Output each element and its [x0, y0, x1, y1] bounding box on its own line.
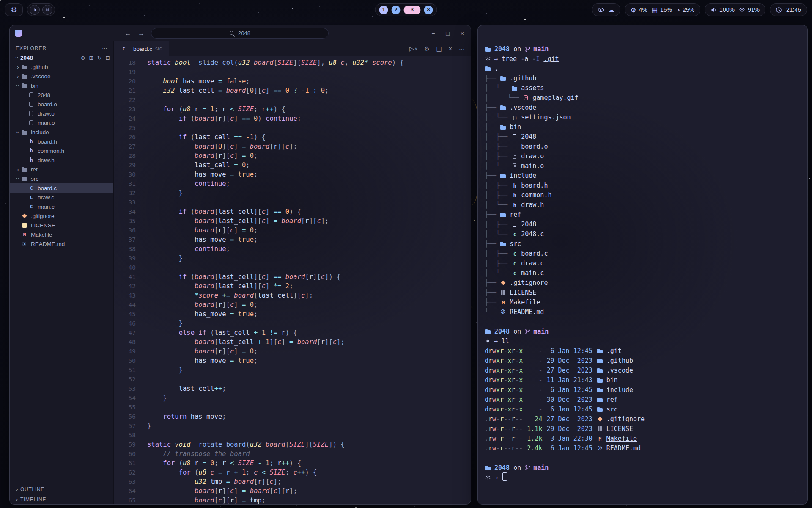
line-number: 62 [114, 468, 136, 477]
code-editor[interactable]: 1819202122232425262728293031323334353637… [114, 56, 471, 504]
refresh-button[interactable]: ↻ [97, 55, 102, 61]
cpu-value: 4% [639, 6, 647, 13]
workspace-1[interactable]: 1 [379, 6, 388, 14]
c-icon [28, 194, 35, 201]
project-name: 2048 [20, 55, 33, 61]
line-number: 59 [114, 440, 136, 449]
prompt-branch: main [533, 464, 549, 472]
explorer-item-README.md[interactable]: README.md [10, 239, 113, 248]
timeline-section[interactable]: › TIMELINE [10, 494, 113, 504]
line-number: 36 [114, 226, 136, 235]
explorer-item-Makefile[interactable]: Makefile [10, 230, 113, 239]
volume-indicator[interactable]: 100% [710, 6, 735, 13]
terminal-line: ├── .github [485, 73, 800, 83]
explorer-item-draw.c[interactable]: draw.c [10, 193, 113, 202]
terminal-line: │ ├── draw.o [485, 151, 800, 161]
workspace-3[interactable]: 3 [404, 6, 421, 14]
terminal-line: .rw-r--r--1.1k29 Dec 2023LICENSE [485, 424, 800, 433]
c-icon [511, 250, 518, 257]
back-button[interactable]: ← [125, 30, 131, 37]
line-number: 57 [114, 421, 136, 431]
new-file-button[interactable]: ⊕ [81, 55, 85, 61]
media-next-button[interactable] [42, 5, 52, 15]
code-line: for (u8 r = 0; r < SIZE - 1; r++) { [147, 458, 471, 468]
explorer-more-button[interactable]: ⋯ [102, 45, 107, 51]
make-icon [500, 299, 507, 306]
forward-button[interactable]: → [138, 30, 144, 37]
code-line: has_move = true; [147, 170, 471, 179]
more-actions-button[interactable]: ⋯ [459, 45, 465, 52]
clock-pill[interactable]: 21:46 [770, 3, 807, 16]
explorer-item-draw.h[interactable]: draw.h [10, 155, 113, 165]
wifi-value: 91% [748, 6, 760, 13]
collapse-all-button[interactable]: ⊟ [106, 55, 110, 61]
explorer-item-2048[interactable]: 2048 [10, 90, 113, 99]
explorer-item-main.o[interactable]: main.o [10, 118, 113, 127]
folder-icon [597, 348, 604, 354]
explorer-item-main.c[interactable]: main.c [10, 202, 113, 211]
folder-icon [21, 73, 28, 80]
file-label: .gitignore [31, 213, 55, 219]
c-icon [511, 270, 518, 276]
next-track-icon [45, 8, 50, 12]
split-editor-button[interactable]: ◫ [436, 45, 442, 52]
workspace-8[interactable]: 8 [424, 6, 433, 14]
terminal-window[interactable]: 2048 on main → tree -a -I .git .├── .git… [477, 25, 808, 505]
explorer-item-common.h[interactable]: common.h [10, 146, 113, 155]
explorer-item-ref[interactable]: ›ref [10, 165, 113, 174]
terminal-command-line[interactable]: → [485, 472, 800, 482]
weather-pill[interactable]: ☁ [592, 3, 620, 16]
explorer-item-.github[interactable]: ›.github [10, 62, 113, 72]
launcher-button[interactable]: ⚙ [5, 3, 23, 16]
folder-icon [500, 172, 507, 179]
project-root[interactable]: › 2048 ⊕ ⊞ ↻ ⊟ [10, 53, 113, 62]
explorer-item-board.c[interactable]: board.c [10, 183, 113, 193]
run-button[interactable]: ▷ ∨ [409, 45, 417, 52]
code-line: } [147, 393, 471, 403]
code-line: static void _rotate_board(u32 board[SIZE… [147, 440, 471, 449]
explorer-item-include[interactable]: ›include [10, 127, 113, 137]
terminal-prompt-line: 2048 on main [485, 326, 800, 336]
new-folder-button[interactable]: ⊞ [89, 55, 93, 61]
wifi-indicator[interactable]: 91% [739, 6, 760, 13]
explorer-item-bin[interactable]: ›bin [10, 81, 113, 90]
line-number: 37 [114, 235, 136, 244]
tab-board-c[interactable]: board.c src [114, 41, 169, 56]
outline-section[interactable]: › OUTLINE [10, 484, 113, 494]
settings-gear-button[interactable]: ⚙ [424, 45, 430, 52]
explorer-item-board.h[interactable]: board.h [10, 137, 113, 146]
terminal-line: │ ├── draw.c [485, 258, 800, 268]
close-button[interactable]: × [461, 30, 464, 37]
code-line: } [147, 365, 471, 375]
explorer-item-.gitignore[interactable]: .gitignore [10, 211, 113, 221]
code-line: if (last_cell == -1) { [147, 133, 471, 142]
file-label: main.o [38, 120, 55, 126]
close-editor-button[interactable]: × [449, 45, 452, 52]
explorer-item-LICENSE[interactable]: LICENSE [10, 221, 113, 230]
terminal-command-line[interactable]: → ll [485, 336, 800, 346]
editor-pane: board.c src ▷ ∨ ⚙ ◫ × ⋯ 1819202122232425… [114, 41, 471, 504]
line-number: 53 [114, 384, 136, 393]
h-icon [511, 182, 518, 189]
explorer-item-.vscode[interactable]: ›.vscode [10, 72, 113, 81]
code-line: has_move = true; [147, 235, 471, 244]
terminal-line: │ └── draw.h [485, 200, 800, 210]
explorer-item-draw.o[interactable]: draw.o [10, 109, 113, 118]
media-prev-button[interactable] [30, 5, 40, 15]
chevron-right-icon: › [14, 486, 20, 492]
workspace-2[interactable]: 2 [392, 6, 401, 14]
terminal-block: 2048 on main → [485, 463, 800, 482]
maximize-button[interactable]: □ [446, 30, 449, 37]
prompt-arrow-icon: → [494, 474, 498, 481]
terminal-line: ├── Makefile [485, 297, 800, 307]
line-number: 49 [114, 347, 136, 356]
file-label: LICENSE [31, 222, 55, 229]
minimize-button[interactable]: − [431, 30, 435, 37]
explorer-item-board.o[interactable]: board.o [10, 99, 113, 109]
terminal-line: .rw-r--r-- 2427 Dec 2023.gitignore [485, 414, 800, 424]
stats-pill: ⚙ 4% ▦ 16% ◔ 25% [625, 3, 700, 16]
code-line: else if (last_cell + 1 != r) { [147, 328, 471, 337]
explorer-item-src[interactable]: ›src [10, 174, 113, 183]
titlebar-search[interactable]: 2048 [151, 28, 329, 39]
terminal-command-line[interactable]: → tree -a -I .git [485, 54, 800, 64]
